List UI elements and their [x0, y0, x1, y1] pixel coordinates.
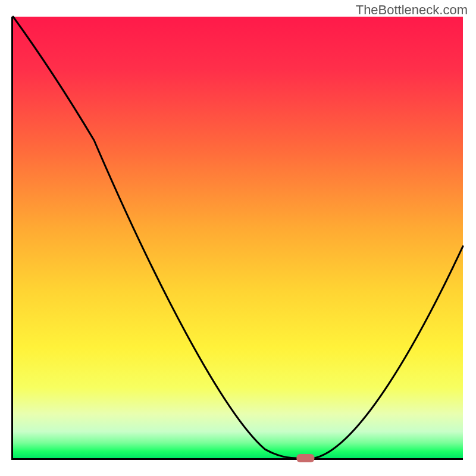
y-axis-line — [11, 17, 13, 460]
watermark-text: TheBottleneck.com — [356, 2, 468, 18]
chart-svg — [0, 0, 476, 476]
optimal-marker — [296, 454, 314, 462]
x-axis-line — [13, 458, 463, 460]
chart-gradient-background — [13, 17, 463, 458]
